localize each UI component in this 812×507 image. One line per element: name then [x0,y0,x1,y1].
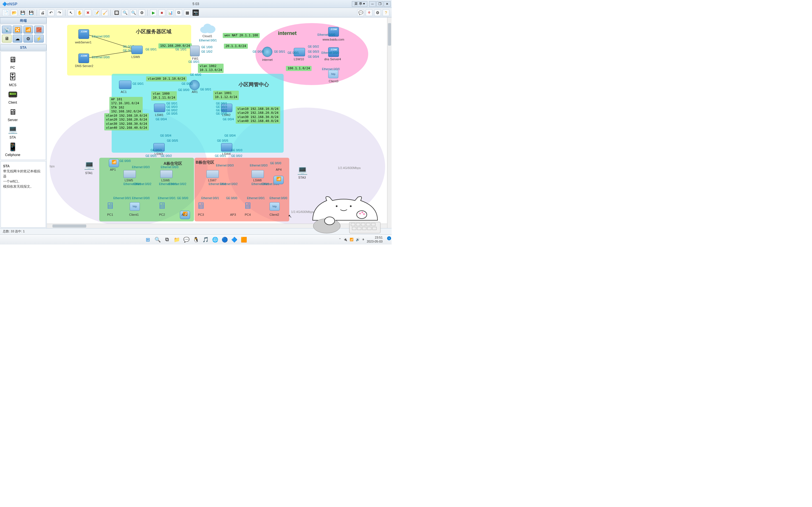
save-button[interactable]: 💾 [19,9,26,16]
topo-button[interactable]: ⧉ [175,9,182,16]
netlabel-100-1-1: 100.1.1.0/24 [286,66,312,71]
cat-custom-icon[interactable]: ⚡ [34,35,44,43]
zone-title-noc: 小区网管中心 [239,81,269,88]
device-list: 🖥PC 🗄MCS 📟Client 🖥Server 💻STA 📱Cellphone [1,51,46,160]
screenshot-button[interactable]: 📷 [192,9,199,16]
taskbar-explorer-icon[interactable]: 📁 [173,236,181,244]
hand-button[interactable]: ✋ [76,9,83,16]
open-button[interactable]: 📂 [11,9,17,16]
taskbar-wechat-icon[interactable]: 💬 [183,236,190,244]
taskbar-qq-icon[interactable]: 🐧 [192,236,200,244]
node-lsw6[interactable] [160,170,172,178]
select-button[interactable]: ↖ [68,9,74,16]
tray-chevron-icon[interactable]: ⌃ [339,238,341,241]
port-pc1-eth: Ethernet 0/0/1 [113,196,131,200]
node-lsw8[interactable] [252,170,264,178]
saveall-button[interactable]: 💾 [28,9,35,16]
zoomin-button[interactable]: 🔍 [121,9,128,16]
device-client[interactable]: 📟Client [3,89,23,105]
cat-other-icon[interactable]: ⚙ [23,35,33,43]
zoomfit-button[interactable]: 🔲 [113,9,120,16]
undo-button[interactable]: ↶ [48,9,54,16]
label-dnsserver4: dns Server4 [324,57,341,61]
node-sta1[interactable]: 💻 [84,161,95,169]
start-button[interactable]: ▶ [150,9,157,16]
cat-terminal-icon[interactable]: 🖥 [2,35,11,43]
node-ac1[interactable] [119,80,132,89]
capture-button[interactable]: 📊 [167,9,174,16]
taskbar-edge-icon[interactable]: 🔵 [221,236,229,244]
huawei-button[interactable]: ⚘ [366,9,372,16]
node-sta3[interactable]: 💻 [297,166,308,174]
label-ac1: AC1 [121,90,126,94]
cat-firewall-icon[interactable]: 🧱 [34,25,44,34]
device-cellphone[interactable]: 📱Cellphone [3,142,23,157]
node-client3[interactable]: http [328,70,338,78]
taskbar-notification-badge[interactable] [385,237,389,242]
horizontal-scrollbar[interactable] [47,224,387,228]
taskbar-date[interactable]: 2023-05-03 [367,240,383,243]
taskbar-ensp-icon[interactable]: 🔷 [231,236,238,244]
node-fw1[interactable] [190,46,200,56]
node-ap4[interactable] [273,176,284,184]
minimize-button[interactable]: ─ [369,1,376,7]
tray-wifi-icon[interactable]: 📶 [350,238,354,241]
new-button[interactable]: 📄 [2,9,9,16]
settings-button[interactable]: ⚙ [374,9,381,16]
node-webserver[interactable]: .COM [79,29,89,39]
maximize-button[interactable]: ❐ [376,1,383,7]
node-client1[interactable]: http [130,202,140,211]
netlabel-vlan1002: vlan 1002 10.1.13.0/24 [198,64,223,73]
node-pc1[interactable]: 🖥 [105,201,115,211]
cat-wlan-icon[interactable]: 📶 [23,25,33,34]
node-lsw9[interactable] [132,46,143,54]
label-sta3: STA3 [298,176,306,179]
netlabel-vlan100: vlan100 10.1.10.0/24 [146,76,187,81]
port-ap3-ge: GE 0/0/0 [226,196,237,200]
node-cloud1[interactable] [199,22,216,34]
vertical-scrollbar[interactable] [387,17,392,228]
node-ap1[interactable] [109,159,119,167]
node-dnsserver2[interactable]: .COM [79,54,89,63]
taskbar-start-icon[interactable]: ⊞ [144,236,152,244]
node-pc3[interactable]: 🖥 [196,201,206,211]
menu-button[interactable]: 菜 单 ▾ [352,1,367,7]
node-lsw5[interactable] [123,170,136,178]
canvas[interactable]: 小区服务器区域 internet 小区网管中心 A栋住宅区 B栋住宅区 192.… [47,17,392,228]
sta-icon: 💻 [8,124,18,134]
node-lsw4[interactable] [221,143,232,152]
taskbar-browser-icon[interactable]: 🌐 [211,236,219,244]
taskbar-app-icon[interactable]: 🟧 [240,236,248,244]
redo-button[interactable]: ↷ [56,9,63,16]
taskbar-time[interactable]: 23:51 [367,236,383,239]
palette-button[interactable]: ▦ [184,9,191,16]
cat-cloud-icon[interactable]: ☁ [13,35,22,43]
zoomout-button[interactable]: 🔍 [130,9,137,16]
chat-button[interactable]: 💬 [357,9,364,16]
node-pc2[interactable]: 🖥 [157,201,167,211]
config-button[interactable]: ⚙ [139,9,145,16]
cat-switch-icon[interactable]: 🔀 [13,25,22,34]
close-button[interactable]: ✕ [384,1,391,7]
device-mcs[interactable]: 🗄MCS [3,72,23,87]
broom-button[interactable]: 🧹 [101,9,108,16]
cat-router-icon[interactable]: 📡 [2,25,11,34]
stop-button[interactable]: ■ [158,9,165,16]
taskbar-taskview-icon[interactable]: ⧉ [163,236,171,244]
node-lsw7[interactable] [206,170,219,178]
edit-button[interactable]: 📝 [93,9,100,16]
tray-power-icon[interactable]: 🔌 [343,238,347,241]
node-pc4[interactable]: 🖥 [243,201,253,211]
device-sta[interactable]: 💻STA [3,124,23,139]
tray-plane-icon[interactable]: ✈ [362,238,364,241]
delete-button[interactable]: ✖ [85,9,91,16]
help-button[interactable]: ? [383,9,389,16]
print-button[interactable]: 🖨 [39,9,46,16]
taskbar-search-icon[interactable]: 🔍 [154,236,161,244]
node-client2[interactable]: http [269,202,280,211]
device-server[interactable]: 🖥Server [3,107,23,122]
device-pc[interactable]: 🖥PC [3,54,23,69]
taskbar-music-icon[interactable]: 🎵 [202,236,209,244]
tray-volume-icon[interactable]: 🔊 [356,238,360,241]
node-lsw1[interactable] [154,104,165,112]
